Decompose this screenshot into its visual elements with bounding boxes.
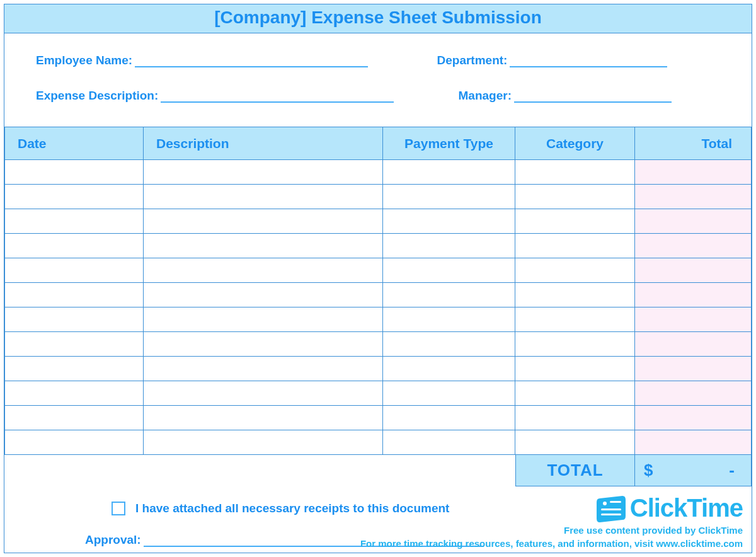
cell-total[interactable] — [635, 209, 752, 234]
cell-payment[interactable] — [383, 381, 515, 406]
employee-name-input[interactable] — [135, 54, 368, 67]
table-row — [5, 258, 752, 283]
table-row — [5, 160, 752, 185]
clicktime-logo-icon — [596, 495, 626, 522]
department-input[interactable] — [510, 54, 667, 67]
cell-category[interactable] — [515, 234, 635, 258]
cell-payment[interactable] — [383, 307, 515, 332]
field-employee-name: Employee Name: — [36, 54, 399, 67]
col-date: Date — [5, 127, 144, 160]
footer: ClickTime Free use content provided by C… — [360, 494, 743, 549]
cell-category[interactable] — [515, 381, 635, 406]
table-row — [5, 283, 752, 307]
cell-payment[interactable] — [383, 283, 515, 307]
cell-total[interactable] — [635, 332, 752, 357]
receipts-checkbox[interactable] — [112, 502, 125, 515]
cell-payment[interactable] — [383, 258, 515, 283]
cell-payment[interactable] — [383, 332, 515, 357]
cell-description[interactable] — [144, 258, 383, 283]
title-bar: [Company] Expense Sheet Submission — [4, 4, 752, 33]
expense-table: Date Description Payment Type Category T… — [4, 127, 752, 455]
cell-date[interactable] — [5, 430, 144, 455]
cell-date[interactable] — [5, 185, 144, 209]
cell-payment[interactable] — [383, 357, 515, 381]
manager-input[interactable] — [514, 89, 672, 103]
table-row — [5, 185, 752, 209]
approval-label: Approval: — [85, 533, 141, 547]
cell-date[interactable] — [5, 160, 144, 185]
cell-total[interactable] — [635, 185, 752, 209]
cell-category[interactable] — [515, 258, 635, 283]
employee-name-label: Employee Name: — [36, 54, 132, 67]
cell-payment[interactable] — [383, 234, 515, 258]
cell-total[interactable] — [635, 160, 752, 185]
cell-description[interactable] — [144, 307, 383, 332]
table-row — [5, 357, 752, 381]
cell-date[interactable] — [5, 357, 144, 381]
svg-point-0 — [603, 502, 607, 505]
cell-total[interactable] — [635, 258, 752, 283]
expense-sheet: [Company] Expense Sheet Submission Emplo… — [4, 4, 752, 553]
footer-line-2: For more time tracking resources, featur… — [360, 538, 743, 549]
cell-description[interactable] — [144, 283, 383, 307]
cell-category[interactable] — [515, 185, 635, 209]
col-payment: Payment Type — [383, 127, 515, 160]
cell-date[interactable] — [5, 332, 144, 357]
col-description: Description — [144, 127, 383, 160]
cell-category[interactable] — [515, 357, 635, 381]
cell-description[interactable] — [144, 209, 383, 234]
cell-category[interactable] — [515, 160, 635, 185]
cell-description[interactable] — [144, 430, 383, 455]
cell-date[interactable] — [5, 381, 144, 406]
table-header-row: Date Description Payment Type Category T… — [5, 127, 752, 160]
cell-category[interactable] — [515, 430, 635, 455]
svg-rect-1 — [610, 501, 621, 503]
cell-category[interactable] — [515, 406, 635, 430]
cell-total[interactable] — [635, 357, 752, 381]
cell-description[interactable] — [144, 332, 383, 357]
table-row — [5, 332, 752, 357]
col-total: Total — [635, 127, 752, 160]
cell-payment[interactable] — [383, 406, 515, 430]
cell-description[interactable] — [144, 406, 383, 430]
cell-payment[interactable] — [383, 185, 515, 209]
table-row — [5, 234, 752, 258]
cell-total[interactable] — [635, 307, 752, 332]
cell-total[interactable] — [635, 283, 752, 307]
cell-description[interactable] — [144, 357, 383, 381]
grand-total-currency: $ — [644, 461, 653, 480]
cell-date[interactable] — [5, 258, 144, 283]
cell-date[interactable] — [5, 283, 144, 307]
field-manager: Manager: — [437, 89, 720, 103]
cell-date[interactable] — [5, 234, 144, 258]
manager-label: Manager: — [437, 89, 512, 103]
page-title: [Company] Expense Sheet Submission — [4, 8, 752, 28]
cell-payment[interactable] — [383, 209, 515, 234]
cell-date[interactable] — [5, 406, 144, 430]
col-category: Category — [515, 127, 635, 160]
cell-category[interactable] — [515, 332, 635, 357]
department-label: Department: — [437, 54, 508, 67]
grand-total-label: TOTAL — [515, 455, 635, 486]
grand-total-amount: - — [729, 461, 735, 480]
cell-description[interactable] — [144, 185, 383, 209]
cell-category[interactable] — [515, 283, 635, 307]
brand: ClickTime — [360, 494, 743, 522]
cell-total[interactable] — [635, 381, 752, 406]
cell-payment[interactable] — [383, 430, 515, 455]
cell-date[interactable] — [5, 209, 144, 234]
cell-total[interactable] — [635, 406, 752, 430]
cell-total[interactable] — [635, 430, 752, 455]
cell-description[interactable] — [144, 234, 383, 258]
cell-description[interactable] — [144, 160, 383, 185]
expense-description-input[interactable] — [161, 89, 394, 103]
cell-date[interactable] — [5, 307, 144, 332]
table-row — [5, 209, 752, 234]
cell-description[interactable] — [144, 381, 383, 406]
cell-category[interactable] — [515, 307, 635, 332]
cell-payment[interactable] — [383, 160, 515, 185]
cell-total[interactable] — [635, 234, 752, 258]
table-row — [5, 307, 752, 332]
cell-category[interactable] — [515, 209, 635, 234]
brand-name: ClickTime — [630, 494, 743, 522]
